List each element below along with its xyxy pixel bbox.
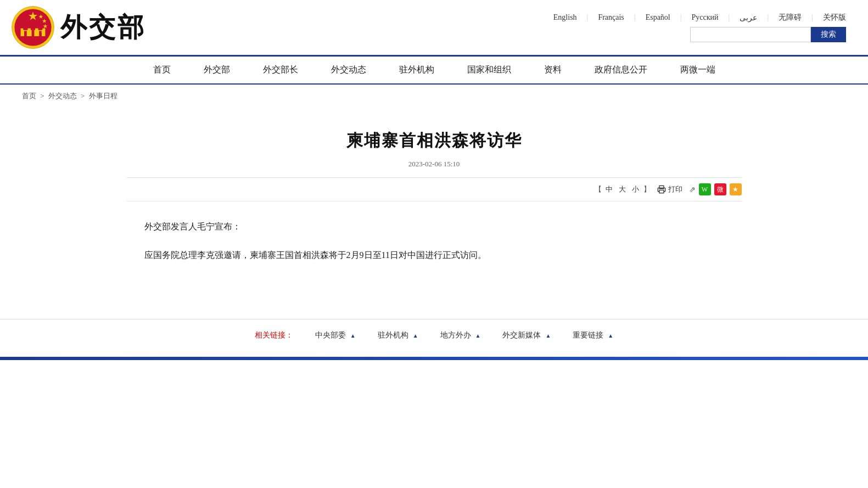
article-paragraph-1: 外交部发言人毛宁宣布： <box>127 218 742 235</box>
footer-link-central-label: 中央部委 <box>315 330 346 340</box>
article-paragraph-2: 应国务院总理李克强邀请，柬埔寨王国首相洪森将于2月9日至11日对中国进行正式访问… <box>127 246 742 264</box>
article-title: 柬埔寨首相洪森将访华 <box>127 130 742 152</box>
svg-rect-5 <box>38 26 43 30</box>
related-links-label: 相关链接： <box>255 330 293 340</box>
bottom-accent-bar <box>0 357 868 360</box>
emblem-icon <box>11 5 55 49</box>
svg-rect-4 <box>31 25 35 30</box>
lang-russian[interactable]: Русский <box>692 13 719 22</box>
breadcrumb: 首页 > 外交动态 > 外事日程 <box>0 85 868 108</box>
nav-countries[interactable]: 国家和组织 <box>451 57 528 83</box>
nav-resources[interactable]: 资料 <box>528 57 578 83</box>
page-header: 外交部 English | Français | Español | Русск… <box>0 0 868 57</box>
font-size-medium[interactable]: 中 <box>606 185 613 193</box>
arrow-icon-media: ▲ <box>545 333 551 339</box>
breadcrumb-home[interactable]: 首页 <box>22 92 36 100</box>
article-date: 2023-02-06 15:10 <box>127 160 742 169</box>
breadcrumb-diplomacy[interactable]: 外交动态 <box>48 92 77 100</box>
print-button[interactable]: 打印 <box>657 184 682 194</box>
arrow-icon-important: ▲ <box>608 333 613 339</box>
font-size-large[interactable]: 大 <box>619 185 626 193</box>
lang-accessibility[interactable]: 无障碍 <box>779 13 802 23</box>
language-bar: English | Français | Español | Русский |… <box>553 13 846 23</box>
footer-link-local[interactable]: 地方外办 ▲ <box>440 330 481 340</box>
lang-care[interactable]: 关怀版 <box>823 13 846 23</box>
share-icons: ⇗ W 微 ★ <box>689 183 742 195</box>
search-button[interactable]: 搜索 <box>811 27 846 42</box>
header-left: 外交部 <box>11 5 146 49</box>
svg-rect-7 <box>32 30 35 36</box>
search-bar: 搜索 <box>690 27 846 42</box>
footer-link-local-label: 地方外办 <box>440 330 471 340</box>
site-logo-text: 外交部 <box>60 10 146 45</box>
arrow-icon-central: ▲ <box>350 333 356 339</box>
print-icon <box>657 185 666 194</box>
weibo-share-icon[interactable]: 微 <box>714 183 726 195</box>
nav-diplomacy[interactable]: 外交动态 <box>315 57 383 83</box>
nav-social[interactable]: 两微一端 <box>664 57 732 83</box>
font-size-control: 【 中 大 小 】 <box>595 184 651 194</box>
footer-links-section: 相关链接： 中央部委 ▲ 驻外机构 ▲ 地方外办 ▲ 外交新媒体 ▲ 重要链接 … <box>0 319 868 351</box>
svg-rect-15 <box>659 190 664 193</box>
star-share-icon[interactable]: ★ <box>730 183 742 195</box>
footer-link-overseas-label: 驻外机构 <box>378 330 408 340</box>
nav-minister[interactable]: 外交部长 <box>247 57 315 83</box>
font-size-small[interactable]: 小 <box>632 185 639 193</box>
footer-link-overseas[interactable]: 驻外机构 ▲ <box>378 330 418 340</box>
article-body: 外交部发言人毛宁宣布： 应国务院总理李克强邀请，柬埔寨王国首相洪森将于2月9日至… <box>127 218 742 264</box>
breadcrumb-schedule[interactable]: 外事日程 <box>89 92 117 100</box>
nav-overseas[interactable]: 驻外机构 <box>383 57 451 83</box>
nav-home[interactable]: 首页 <box>137 57 187 83</box>
lang-english[interactable]: English <box>553 13 577 22</box>
lang-spanish[interactable]: Español <box>646 13 670 22</box>
nav-mfa[interactable]: 外交部 <box>187 57 247 83</box>
wechat-share-icon[interactable]: W <box>699 183 711 195</box>
footer-link-media[interactable]: 外交新媒体 ▲ <box>502 330 551 340</box>
arrow-icon-local: ▲ <box>475 333 481 339</box>
footer-link-important[interactable]: 重要链接 ▲ <box>573 330 613 340</box>
header-right: English | Français | Español | Русский |… <box>553 13 846 42</box>
footer-link-important-label: 重要链接 <box>573 330 603 340</box>
footer-link-central[interactable]: 中央部委 ▲ <box>315 330 356 340</box>
search-input[interactable] <box>690 27 811 42</box>
article-toolbar: 【 中 大 小 】 打印 ⇗ W 微 ★ <box>127 177 742 201</box>
lang-arabic[interactable]: عربى <box>740 13 757 23</box>
footer-link-media-label: 外交新媒体 <box>502 330 541 340</box>
lang-french[interactable]: Français <box>598 13 624 22</box>
svg-rect-3 <box>23 26 27 30</box>
main-content: 柬埔寨首相洪森将访华 2023-02-06 15:10 【 中 大 小 】 打印… <box>105 108 764 297</box>
nav-gov-info[interactable]: 政府信息公开 <box>578 57 664 83</box>
arrow-icon-overseas: ▲ <box>413 333 418 339</box>
main-nav: 首页 外交部 外交部长 外交动态 驻外机构 国家和组织 资料 政府信息公开 两微… <box>0 57 868 85</box>
svg-rect-6 <box>24 31 27 36</box>
svg-rect-8 <box>39 31 42 36</box>
share-more-icon[interactable]: ⇗ <box>689 185 696 194</box>
